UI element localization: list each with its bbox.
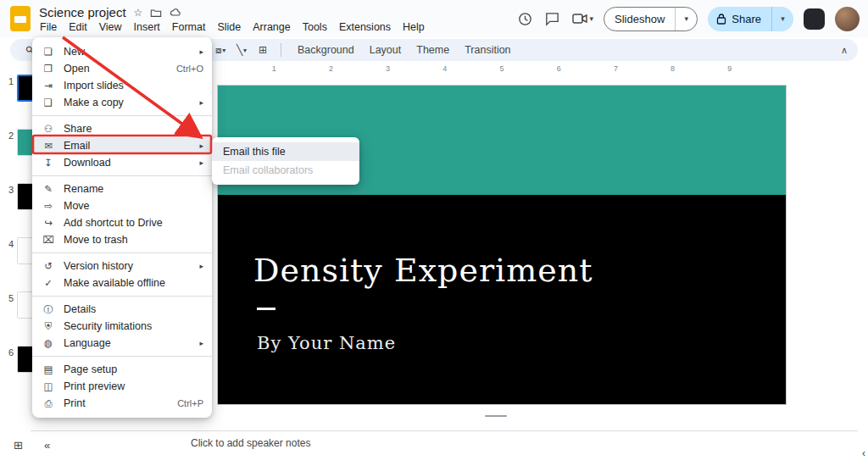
language-icon: ◍	[39, 337, 58, 349]
menu-item-print[interactable]: ⎙PrintCtrl+P	[32, 395, 212, 412]
insert-line-icon[interactable]: ╲▾	[232, 41, 251, 59]
grid-view-icon[interactable]: ⊞	[14, 439, 23, 452]
insert-placeholder-glyph: ⊞	[259, 44, 267, 56]
menu-item-version-history[interactable]: ↺Version history▸	[32, 258, 212, 275]
menu-item-import-slides[interactable]: ⇥Import slides	[32, 77, 212, 94]
toolbar-divider	[281, 43, 281, 57]
insert-shape-icon[interactable]: ⧇▾	[211, 41, 230, 59]
menu-item-add-shortcut-to-drive[interactable]: ↪Add shortcut to Drive	[32, 214, 212, 231]
menu-item-label: Share	[58, 123, 203, 135]
menubar-item-arrange[interactable]: Arrange	[247, 19, 296, 35]
menu-item-print-preview[interactable]: ◫Print preview	[32, 378, 212, 395]
ruler-number: 7	[614, 64, 618, 73]
cloud-status-icon[interactable]	[170, 7, 181, 19]
email-icon: ✉	[39, 140, 58, 152]
print-icon: ⎙	[39, 398, 58, 409]
trash-icon: ⌧	[39, 234, 58, 246]
share-button[interactable]: Share	[708, 7, 771, 31]
right-panel-chevron-icon[interactable]: ‹	[862, 447, 865, 459]
meet-camera-button[interactable]: ▾	[571, 10, 594, 27]
submenu-item-email-this-file[interactable]: Email this file	[212, 142, 359, 161]
menu-item-new[interactable]: ❏New▸	[32, 43, 212, 60]
layout-button[interactable]: Layout	[362, 42, 409, 58]
menu-item-download[interactable]: ↧Download▸	[32, 154, 212, 171]
menubar-item-help[interactable]: Help	[397, 19, 431, 35]
share-options-button[interactable]: ▾	[771, 7, 793, 31]
menu-item-rename[interactable]: ✎Rename	[32, 180, 212, 197]
slideshow-label: Slideshow	[615, 13, 665, 25]
menubar-item-extensions[interactable]: Extensions	[333, 19, 397, 35]
theme-button[interactable]: Theme	[409, 42, 457, 58]
move-folder-icon[interactable]	[150, 7, 162, 19]
speaker-notes-placeholder[interactable]: Click to add speaker notes	[191, 437, 310, 449]
slide-subtitle-text[interactable]: By Your Name	[257, 333, 396, 353]
menubar-item-format[interactable]: Format	[166, 19, 212, 35]
menu-bar: FileEditViewInsertFormatSlideArrangeTool…	[34, 19, 431, 35]
slide-number: 2	[0, 129, 14, 141]
version-history-icon[interactable]	[517, 10, 534, 27]
menu-item-email[interactable]: ✉Email▸	[32, 137, 212, 154]
submenu-arrow-icon: ▸	[191, 98, 203, 107]
menu-item-label: Import slides	[58, 80, 203, 92]
submenu-item-email-collaborators[interactable]: Email collaborators	[212, 161, 359, 180]
share-icon: ⚇	[39, 123, 58, 135]
submenu-arrow-icon: ▸	[191, 339, 203, 347]
share-split-button: Share ▾	[708, 7, 793, 31]
menu-shortcut: Ctrl+O	[168, 64, 203, 74]
new-icon: ❏	[39, 46, 58, 58]
slideshow-button[interactable]: Slideshow	[604, 8, 675, 31]
background-button[interactable]: Background	[290, 42, 362, 58]
menu-item-make-available-offline[interactable]: ✓Make available offline	[32, 275, 212, 291]
menu-item-label: Email	[58, 140, 191, 152]
menubar-item-edit[interactable]: Edit	[63, 19, 93, 35]
collapse-toolbar-icon[interactable]: ∧	[841, 45, 848, 56]
transition-button[interactable]: Transition	[457, 42, 518, 58]
presentation-display-button[interactable]	[804, 8, 825, 30]
slide-number: 1	[0, 75, 14, 86]
menu-item-page-setup[interactable]: ▤Page setup	[32, 361, 212, 378]
slide-number: 4	[0, 237, 14, 249]
insert-line-glyph: ╲	[236, 44, 242, 56]
insert-placeholder-icon[interactable]: ⊞	[253, 41, 272, 59]
menu-item-label: Add shortcut to Drive	[58, 217, 203, 229]
ruler-number: 9	[727, 64, 732, 73]
menu-item-label: Move to trash	[58, 234, 203, 246]
menu-item-open[interactable]: ❐OpenCtrl+O	[32, 60, 212, 77]
menu-item-language[interactable]: ◍Language▸	[32, 335, 212, 352]
slides-logo[interactable]	[10, 6, 31, 31]
caret-down-icon: ▾	[685, 14, 689, 23]
menubar-item-insert[interactable]: Insert	[128, 19, 166, 35]
slide-number: 3	[0, 183, 14, 195]
slideshow-options-button[interactable]: ▾	[675, 8, 697, 31]
star-icon[interactable]: ☆	[134, 8, 143, 18]
security-icon: ⛨	[39, 321, 58, 332]
submenu-arrow-icon: ▸	[191, 158, 203, 167]
menu-item-share[interactable]: ⚇Share	[32, 120, 212, 137]
menubar-item-view[interactable]: View	[93, 19, 128, 35]
notes-resize-handle[interactable]	[485, 415, 507, 417]
menu-divider	[32, 356, 212, 357]
caret-down-icon: ▾	[781, 14, 785, 23]
menubar-item-tools[interactable]: Tools	[297, 19, 333, 35]
slide-canvas[interactable]: Density Experiment By Your Name	[217, 85, 787, 405]
menu-divider	[32, 252, 212, 253]
menu-item-move-to-trash[interactable]: ⌧Move to trash	[32, 231, 212, 248]
menubar-item-file[interactable]: File	[34, 19, 63, 35]
ruler-number: 8	[670, 64, 675, 73]
collapse-filmstrip-icon[interactable]: «	[44, 439, 50, 452]
menu-item-security-limitations[interactable]: ⛨Security limitations	[32, 318, 212, 335]
lock-icon	[716, 14, 726, 25]
ruler-number: 1	[272, 64, 276, 73]
slide-number: 6	[0, 346, 14, 358]
download-icon: ↧	[39, 157, 58, 169]
slide-title-text[interactable]: Density Experiment	[253, 252, 593, 289]
document-title[interactable]: Science project	[39, 5, 126, 19]
menu-item-details[interactable]: ⓘDetails	[32, 301, 212, 318]
menu-item-move[interactable]: ⇨Move	[32, 197, 212, 214]
menubar-item-slide[interactable]: Slide	[211, 19, 247, 35]
print_preview-icon: ◫	[39, 380, 58, 392]
user-avatar[interactable]	[835, 7, 860, 31]
rename-icon: ✎	[39, 183, 58, 195]
menu-item-make-a-copy[interactable]: ❑Make a copy▸	[32, 94, 212, 111]
comments-icon[interactable]	[544, 10, 561, 27]
